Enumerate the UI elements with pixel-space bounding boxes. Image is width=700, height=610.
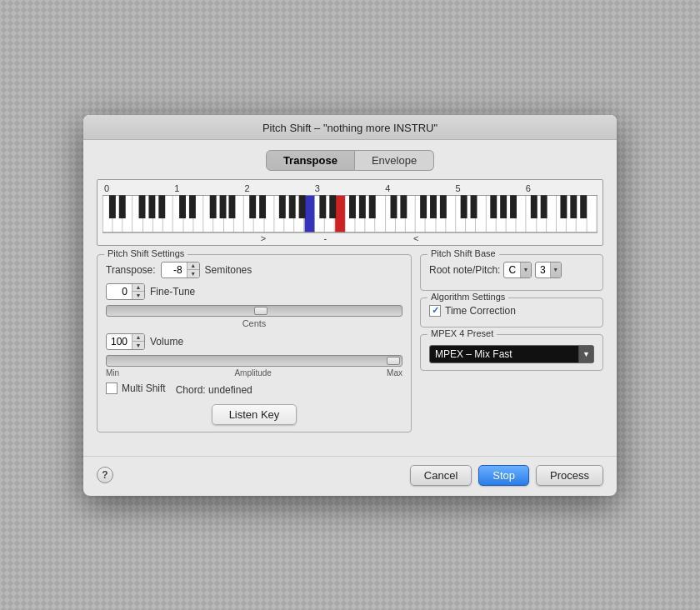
pitch-value-arrow[interactable]: ▼ [550, 262, 561, 278]
svg-rect-54 [109, 195, 116, 218]
svg-rect-57 [148, 195, 155, 218]
help-button[interactable]: ? [97, 467, 113, 483]
transpose-input[interactable]: -8 ▲ ▼ [161, 262, 200, 278]
listen-key-button[interactable]: Listen Key [212, 404, 298, 425]
min-label: Min [106, 368, 119, 378]
svg-rect-65 [259, 195, 266, 218]
dialog-title: Pitch Shift – "nothing more INSTRU" [262, 122, 438, 134]
cents-slider-track[interactable] [106, 305, 402, 317]
amplitude-markers: Min Amplitude Max [106, 368, 402, 378]
svg-rect-63 [228, 195, 235, 218]
svg-rect-58 [158, 195, 165, 218]
left-panel: Pitch Shift Settings Transpose: -8 ▲ ▼ S… [97, 254, 412, 439]
mpex-value: MPEX – Mix Fast [430, 348, 578, 360]
transpose-down-btn[interactable]: ▼ [188, 270, 199, 278]
fine-tune-down-btn[interactable]: ▼ [132, 292, 144, 300]
svg-rect-64 [249, 195, 256, 218]
footer: ? Cancel Stop Process [83, 456, 617, 496]
svg-rect-88 [580, 195, 587, 218]
svg-rect-78 [440, 195, 447, 218]
root-note-row: Root note/Pitch: C ▼ 3 ▼ [429, 262, 594, 278]
volume-value: 100 [107, 336, 132, 348]
time-correction-checkbox[interactable] [429, 305, 441, 317]
svg-rect-85 [541, 195, 548, 218]
cents-slider-container: Cents [106, 305, 402, 328]
tab-transpose[interactable]: Transpose [266, 150, 355, 171]
svg-rect-81 [490, 195, 497, 218]
svg-rect-77 [430, 195, 437, 218]
piano-keyboard: > - < [102, 195, 598, 243]
fine-tune-value: 0 [107, 286, 132, 298]
chord-label: Chord: undefined [176, 384, 252, 396]
svg-rect-82 [500, 195, 507, 218]
tab-bar: Transpose Envelope [97, 150, 603, 171]
mpex-preset-box: MPEX 4 Preset MPEX – Mix Fast ▼ [420, 334, 603, 371]
volume-label: Volume [150, 336, 183, 348]
stop-button[interactable]: Stop [478, 465, 529, 486]
pitch-value-dropdown[interactable]: 3 ▼ [535, 262, 562, 278]
svg-rect-62 [220, 195, 227, 218]
footer-buttons: Cancel Stop Process [410, 465, 603, 486]
transpose-up-btn[interactable]: ▲ [188, 262, 199, 270]
volume-down-btn[interactable]: ▼ [132, 342, 144, 350]
svg-rect-70 [329, 195, 336, 218]
svg-rect-86 [560, 195, 567, 218]
amplitude-slider-track[interactable] [106, 355, 402, 367]
process-button[interactable]: Process [536, 465, 603, 486]
svg-rect-66 [279, 195, 286, 218]
svg-rect-61 [210, 195, 217, 218]
svg-rect-75 [400, 195, 407, 218]
pitch-shift-dialog: Pitch Shift – "nothing more INSTRU" Tran… [83, 115, 617, 496]
svg-rect-56 [139, 195, 146, 218]
cents-slider-thumb[interactable] [254, 307, 268, 315]
pitch-shift-settings-label: Pitch Shift Settings [104, 248, 188, 258]
mpex-arrow[interactable]: ▼ [578, 345, 593, 363]
svg-rect-74 [391, 195, 398, 218]
volume-up-btn[interactable]: ▲ [132, 333, 144, 342]
algorithm-settings-box: Algorithm Settings Time Correction [420, 298, 603, 328]
pitch-shift-base-box: Pitch Shift Base Root note/Pitch: C ▼ 3 … [420, 254, 603, 291]
cents-label: Cents [106, 318, 402, 328]
svg-rect-55 [119, 195, 126, 218]
multi-shift-label: Multi Shift [122, 382, 166, 394]
svg-rect-83 [510, 195, 517, 218]
svg-rect-68 [299, 195, 306, 218]
svg-rect-73 [369, 195, 376, 218]
algorithm-settings-label: Algorithm Settings [428, 292, 508, 302]
svg-rect-59 [179, 195, 186, 218]
svg-rect-22 [305, 195, 315, 232]
root-note-arrow[interactable]: ▼ [520, 262, 531, 278]
fine-tune-up-btn[interactable]: ▲ [132, 283, 144, 292]
transpose-row: Transpose: -8 ▲ ▼ Semitones [106, 262, 402, 278]
fine-tune-input[interactable]: 0 ▲ ▼ [106, 283, 145, 300]
mpex-dropdown[interactable]: MPEX – Mix Fast ▼ [429, 345, 594, 363]
svg-rect-87 [570, 195, 577, 218]
pitch-shift-base-label: Pitch Shift Base [428, 248, 499, 258]
amplitude-slider-container: Min Amplitude Max [106, 355, 402, 378]
root-note-value: C [504, 264, 520, 276]
svg-text:>: > [261, 232, 266, 242]
semitones-label: Semitones [205, 264, 252, 276]
fine-tune-row: 0 ▲ ▼ Fine-Tune [106, 283, 402, 300]
multi-shift-row[interactable]: Multi Shift [106, 382, 166, 394]
root-note-label: Root note/Pitch: [429, 264, 500, 276]
time-correction-row[interactable]: Time Correction [429, 305, 594, 317]
time-correction-label: Time Correction [445, 305, 516, 317]
volume-row: 100 ▲ ▼ Volume [106, 333, 402, 350]
svg-rect-84 [531, 195, 538, 218]
cancel-button[interactable]: Cancel [410, 465, 472, 486]
svg-rect-26 [335, 195, 345, 232]
volume-input[interactable]: 100 ▲ ▼ [106, 333, 145, 350]
piano-numbers: 0 1 2 3 4 5 6 [102, 183, 598, 193]
svg-text:<: < [413, 232, 418, 242]
tab-envelope[interactable]: Envelope [355, 150, 434, 171]
svg-rect-69 [319, 195, 326, 218]
mpex-preset-label: MPEX 4 Preset [428, 328, 497, 338]
svg-rect-67 [289, 195, 296, 218]
root-note-dropdown[interactable]: C ▼ [503, 262, 532, 278]
pitch-value: 3 [536, 264, 550, 276]
multi-shift-checkbox[interactable] [106, 382, 118, 394]
svg-rect-79 [461, 195, 468, 218]
max-label: Max [387, 368, 402, 378]
amplitude-slider-thumb[interactable] [387, 357, 400, 365]
